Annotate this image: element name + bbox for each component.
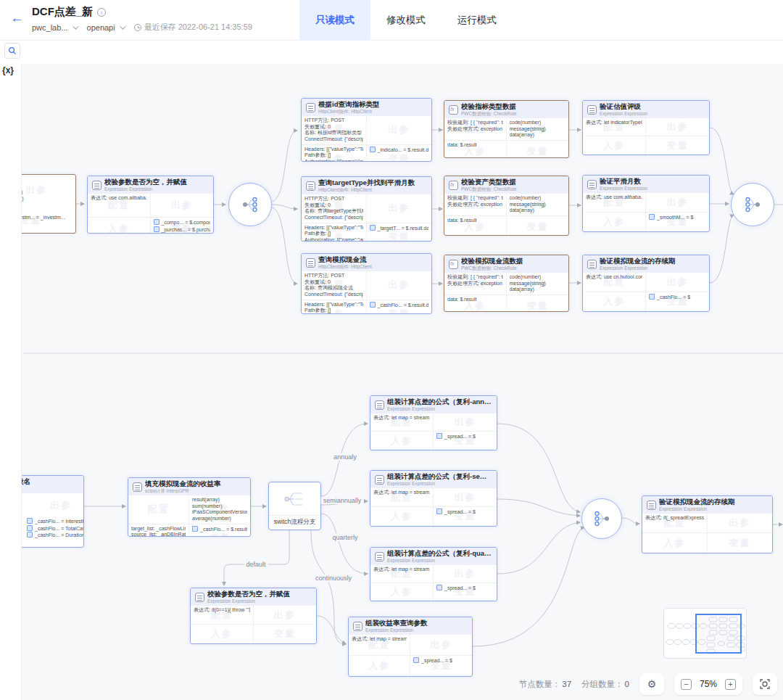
node-build-formula-quarterly[interactable]: 组装计算点差的公式（复利-quarterly）Expression Expres… [370, 547, 497, 601]
node-query-simulated-cashflow[interactable]: 查询模拟现金流HttpClient插件: HttpClient 配置HTTP方法… [301, 253, 432, 314]
page-title: DCF点差_新 [32, 5, 93, 19]
edge-label-annually: annualy [331, 453, 359, 461]
fit-view-icon [759, 678, 771, 690]
group-count: 分组数量：0 [581, 679, 629, 690]
node-subtitle: Expression Expression [104, 186, 187, 192]
edge-label-semiannually: semiannually [321, 497, 364, 504]
expression-icon [587, 260, 597, 269]
scipy-icon [133, 482, 142, 492]
edge-label-quarterly: quarterly [330, 534, 360, 541]
zoom-level: 75% [697, 679, 719, 689]
chevron-down-icon [120, 23, 125, 29]
clock-icon [134, 24, 141, 31]
expression-icon [587, 105, 597, 115]
node-validate-smooth-months[interactable]: 验证平滑月数Expression Expression 配置表达式: use c… [582, 175, 710, 232]
settings-button[interactable]: ⚙ [639, 673, 664, 695]
expression-icon [195, 593, 204, 602]
zoom-control: − 75% + [674, 673, 742, 695]
status-bar: 节点数量：37 分组数量：0 ⚙ − 75% + [519, 672, 777, 696]
expression-icon [375, 400, 384, 410]
checkrule-icon [449, 260, 458, 269]
junction-fork[interactable] [228, 183, 272, 226]
node-build-yield-query-params[interactable]: 组装收益率查询参数Expression Expression 配置表达式: le… [348, 617, 473, 677]
httpclient-icon [306, 103, 315, 112]
mode-tabs: 只读模式 修改模式 运行模式 [299, 0, 513, 41]
node-validate-cashflow-duration[interactable]: 验证模拟现金流的存续期Expression Expression 配置表达式: … [582, 255, 710, 312]
last-saved-text: 最近保存 2022-06-21 14:35:59 [134, 22, 252, 33]
info-icon[interactable]: i [97, 8, 106, 17]
back-button[interactable]: ← [10, 11, 24, 25]
fit-view-button[interactable] [753, 673, 777, 695]
zoom-in-button[interactable]: + [725, 679, 736, 690]
zoom-out-button[interactable]: − [681, 679, 692, 690]
node-query-indicator-type[interactable]: 根据id查询指标类型HttpClient插件: HttpClient 配置HTT… [301, 98, 432, 162]
checkrule-icon [449, 105, 458, 115]
junction-merge-top[interactable] [731, 183, 774, 226]
app-header: ← DCF点差_新 i pwc_lab... openapi 最近保存 2022… [0, 0, 783, 41]
tab-run-mode[interactable]: 运行模式 [442, 0, 513, 41]
node-fill-cashflow-yield[interactable]: 填充模拟现金流的收益率scipy计算 InterpGPR 配置 出参result… [128, 477, 251, 537]
switch-branch-icon [269, 482, 320, 515]
node-validate-valuation-rating[interactable]: 验证估值评级Expression Expression 配置表达式: let i… [582, 100, 710, 155]
node-verify-asset-type-data[interactable]: 校验资产类型数据PWC数据校验: CheckRule 配置校验规则: [ { "… [444, 176, 569, 236]
edge-label-continuously: continuously [313, 575, 354, 582]
node-build-formula-semiannually[interactable]: 组装计算点差的公式（复利-semiannually）Expression Exp… [370, 470, 497, 527]
tab-readonly-mode[interactable]: 只读模式 [299, 0, 370, 41]
fork-icon [239, 194, 261, 215]
edge-label-default: default [244, 561, 268, 568]
merge-icon [742, 194, 763, 215]
workspace-select[interactable]: pwc_lab... [32, 23, 77, 32]
node-verify-indicator-type-data[interactable]: 校验指标类型数据PWC数据校验: CheckRule 配置校验规则: [ { "… [444, 100, 569, 158]
node-title: 校验参数是否为空，并赋值 [104, 178, 187, 186]
search-icon [8, 46, 17, 55]
tab-edit-mode[interactable]: 修改模式 [370, 0, 442, 41]
switch-label: switch流程分支 [269, 515, 320, 530]
search-button[interactable] [4, 43, 20, 59]
minimap[interactable] [663, 608, 747, 659]
node-query-target-type[interactable]: 查询targetType并找到平滑月数HttpClient插件: HttpCli… [301, 176, 432, 242]
node-check-params-bottom[interactable]: 校验参数是否为空，并赋值Expression Expression 配置表达式:… [190, 588, 317, 644]
node-count: 节点数量：37 [519, 679, 571, 690]
service-select[interactable]: openapi [87, 23, 124, 32]
httpclient-icon [306, 258, 315, 268]
gear-icon: ⚙ [647, 679, 657, 689]
node-param-rows: _cashFlo... = InterestRate_cashFlo... = … [27, 518, 83, 539]
canvas-toolbar-row [0, 41, 783, 64]
chevron-down-icon [72, 23, 78, 29]
httpclient-icon [306, 181, 315, 191]
expression-icon [647, 501, 656, 510]
minimap-viewport[interactable] [695, 614, 742, 654]
expression-icon [92, 181, 102, 190]
expression-icon [375, 552, 384, 561]
node-validate-cashflow-duration-final[interactable]: 验证模拟现金流的存续期Expression Expression 配置表达式: … [642, 495, 773, 553]
expression-icon [375, 475, 384, 485]
variable-panel-button[interactable]: {x} [2, 65, 14, 75]
watermark-output: 出参 [50, 499, 72, 512]
junction-merge-bottom[interactable] [581, 498, 622, 539]
node-switch-branch[interactable]: switch流程分支 [268, 482, 321, 530]
expression-icon [353, 622, 362, 631]
left-gutter [0, 64, 22, 700]
node-check-params-top[interactable]: 校验参数是否为空，并赋值Expression Expression 配置表达式:… [87, 176, 214, 234]
node-verify-simulated-cashflow-data[interactable]: 校验模拟现金流数据PWC数据校验: CheckRule 配置校验规则: [ { … [444, 255, 569, 312]
merge-icon [591, 508, 613, 530]
expression-icon [587, 180, 597, 189]
checkrule-icon [449, 181, 458, 190]
node-build-formula-annually[interactable]: 组装计算点差的公式（复利-annualy）Expression Expressi… [370, 395, 497, 450]
